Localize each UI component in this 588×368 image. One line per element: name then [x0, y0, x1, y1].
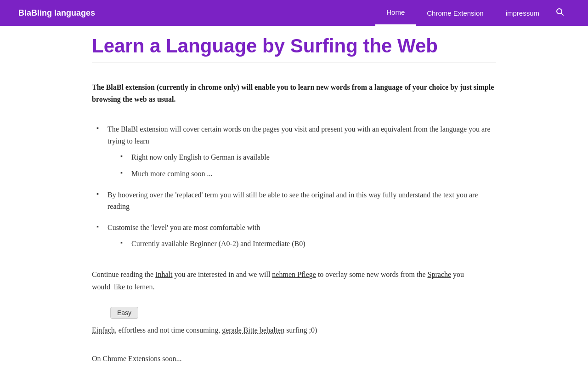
intro-paragraph: The BlaBl extension (currently in chrome…: [92, 81, 496, 105]
main-content: Learn a Language by Surfing the Web The …: [74, 26, 514, 368]
easy-end: surfing ;0): [284, 326, 317, 334]
sub-item-text: Right now only English to German is avai…: [131, 153, 270, 161]
continue-end: .: [153, 283, 154, 291]
list-item: Customise the 'level' you are most comfo…: [96, 222, 496, 250]
site-title[interactable]: BlaBling languages: [18, 8, 95, 18]
nav-impressum[interactable]: impressum: [495, 0, 550, 26]
svg-line-1: [561, 13, 564, 15]
nav-home[interactable]: Home: [375, 0, 416, 26]
continue-paragraph: Continue reading the Inhalt you are inte…: [92, 268, 496, 293]
list-item-text: Customise the 'level' you are most comfo…: [107, 224, 260, 231]
continue-mid2: to overlay some new words from the: [316, 270, 428, 278]
site-header: BlaBling languages Home Chrome Extension…: [0, 0, 588, 26]
sub-feature-list: Currently available Beginner (A0-2) and …: [107, 238, 496, 250]
list-item: Currently available Beginner (A0-2) and …: [120, 238, 496, 250]
sub-item-text: Much more coming soon ...: [131, 170, 212, 178]
list-item: By hoovering over the 'replaced' term yo…: [96, 189, 496, 213]
list-item-text: By hoovering over the 'replaced' term yo…: [107, 191, 478, 211]
lernen-link[interactable]: lernen: [134, 283, 153, 291]
easy-badge: Easy: [110, 307, 138, 319]
gerade-bitte-behalten-text: gerade Bitte behalten: [222, 326, 284, 334]
search-icon: [556, 8, 564, 18]
einfach-text: Einfach: [92, 326, 115, 334]
search-button[interactable]: [550, 0, 570, 26]
on-chrome-text: On Chrome Extensions soon...: [92, 355, 496, 363]
list-item: The BlaBl extension will cover certain w…: [96, 123, 496, 179]
sub-item-text: Currently available Beginner (A0-2) and …: [131, 240, 305, 247]
nav-chrome-extension[interactable]: Chrome Extension: [416, 0, 494, 26]
list-item-text: The BlaBl extension will cover certain w…: [107, 125, 491, 145]
sub-feature-list: Right now only English to German is avai…: [107, 151, 496, 179]
page-title: Learn a Language by Surfing the Web: [92, 26, 496, 63]
feature-list: The BlaBl extension will cover certain w…: [92, 123, 496, 250]
easy-line: Einfach, effortless and not time consumi…: [92, 324, 496, 336]
easy-section: Easy Einfach, effortless and not time co…: [92, 307, 496, 336]
list-item: Right now only English to German is avai…: [120, 151, 496, 163]
nehmen-pflege-link[interactable]: nehmen Pflege: [272, 270, 316, 278]
list-item: Much more coming soon ...: [120, 168, 496, 180]
sprache-link[interactable]: Sprache: [427, 270, 451, 278]
continue-mid1: you are interested in and we will: [173, 270, 272, 278]
continue-pre: Continue reading the: [92, 270, 155, 278]
easy-mid: , effortless and not time consuming,: [115, 326, 222, 334]
inhalt-link[interactable]: Inhalt: [155, 270, 172, 278]
main-nav: Home Chrome Extension impressum: [375, 0, 570, 26]
